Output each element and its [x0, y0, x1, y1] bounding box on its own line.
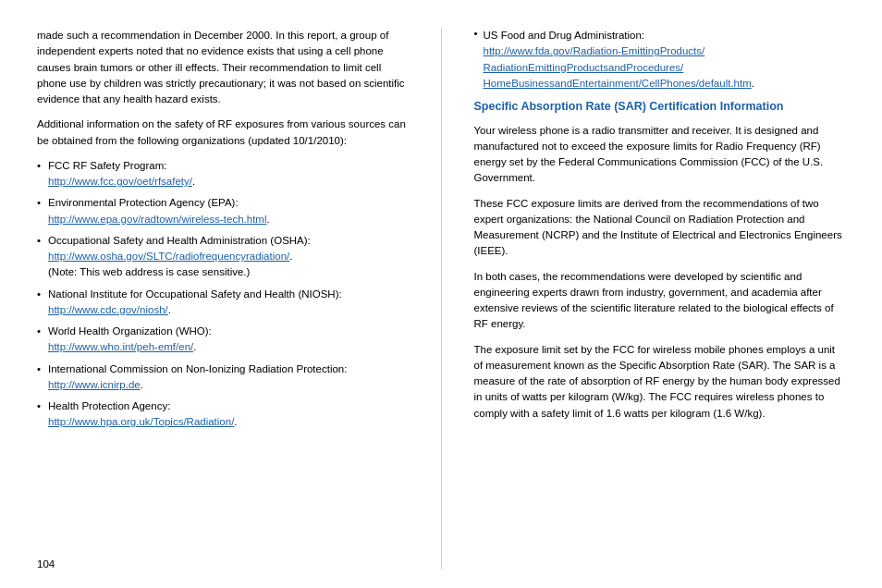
list-item-epa: Environmental Protection Agency (EPA): h…	[37, 195, 409, 227]
fcc-link[interactable]: http://www.fcc.gov/oet/rfsafety/	[48, 176, 192, 187]
list-item-icnirp: International Commission on Non-Ionizing…	[37, 361, 409, 394]
niosh-label: National Institute for Occupational Safe…	[48, 288, 342, 300]
osha-link[interactable]: http://www.osha.gov/SLTC/radiofrequencyr…	[48, 251, 289, 262]
fcc-label: FCC RF Safety Program:	[48, 160, 166, 171]
page-container: made such a recommendation in December 2…	[0, 0, 882, 588]
list-item-hpa: Health Protection Agency: http://www.hpa…	[37, 398, 409, 431]
hpa-label: Health Protection Agency:	[48, 400, 170, 411]
column-divider	[441, 28, 442, 570]
list-item-osha: Occupational Safety and Health Administr…	[37, 233, 409, 281]
hpa-link[interactable]: http://www.hpa.org.uk/Topics/Radiation/	[48, 416, 234, 427]
who-label: World Health Organization (WHO):	[48, 325, 212, 337]
right-column: US Food and Drug Administration: http://…	[474, 28, 846, 570]
page-number: 104	[37, 549, 409, 570]
list-item-who: World Health Organization (WHO): http://…	[37, 324, 409, 356]
epa-link[interactable]: http://www.epa.gov/radtown/wireless-tech…	[48, 214, 267, 225]
list-item-fcc: FCC RF Safety Program: http://www.fcc.go…	[37, 158, 409, 190]
epa-label: Environmental Protection Agency (EPA):	[48, 197, 239, 208]
fda-bullet-item: US Food and Drug Administration: http://…	[474, 28, 846, 92]
sar-paragraph-1: Your wireless phone is a radio transmitt…	[474, 123, 846, 187]
fda-label: US Food and Drug Administration:	[484, 30, 645, 41]
sar-paragraph-3: In both cases, the recommendations were …	[474, 269, 846, 333]
who-link[interactable]: http://www.who.int/peh-emf/en/	[48, 341, 193, 352]
organization-list: FCC RF Safety Program: http://www.fcc.go…	[37, 158, 409, 436]
left-column: made such a recommendation in December 2…	[37, 28, 409, 570]
osha-label: Occupational Safety and Health Administr…	[48, 235, 311, 246]
fda-link3[interactable]: HomeBusinessandEntertainment/CellPhones/…	[484, 78, 752, 89]
fda-link2[interactable]: RadiationEmittingProductsandProcedures/	[484, 62, 684, 73]
icnirp-link[interactable]: http://www.icnirp.de	[48, 379, 141, 390]
niosh-link[interactable]: http://www.cdc.gov/niosh/	[48, 304, 168, 315]
osha-note: (Note: This web address is case sensitiv…	[48, 266, 250, 277]
fda-link1[interactable]: http://www.fda.gov/Radiation-EmittingPro…	[484, 45, 705, 56]
sar-paragraph-2: These FCC exposure limits are derived fr…	[474, 196, 846, 260]
icnirp-label: International Commission on Non-Ionizing…	[48, 363, 347, 374]
sar-paragraph-4: The exposure limit set by the FCC for wi…	[474, 342, 846, 422]
additional-info: Additional information on the safety of …	[37, 116, 409, 149]
intro-paragraph: made such a recommendation in December 2…	[37, 28, 409, 107]
fda-content: US Food and Drug Administration: http://…	[484, 28, 754, 92]
sar-section-heading: Specific Absorption Rate (SAR) Certifica…	[474, 99, 846, 116]
list-item-niosh: National Institute for Occupational Safe…	[37, 287, 409, 319]
